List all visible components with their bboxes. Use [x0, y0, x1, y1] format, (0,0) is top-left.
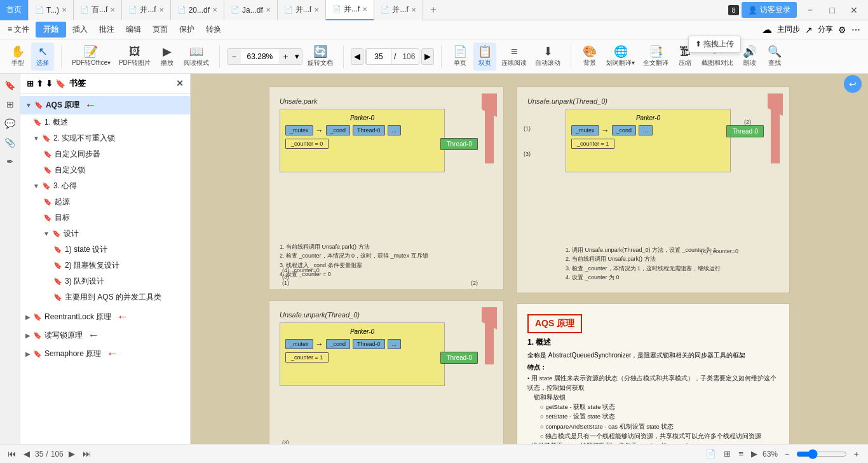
sidebar-item-custom-lock[interactable]: 🔖 自定义锁 [20, 162, 190, 178]
view-mode-2-button[interactable]: ⊞ [721, 448, 733, 460]
pdf-to-office-button[interactable]: 📝 PDF转Office▾ [69, 43, 114, 71]
tab-1[interactable]: 📄 T...) ✕ [29, 0, 74, 20]
sidebar-item-origin[interactable]: 🔖 起源 [20, 194, 190, 210]
attachment-sidebar-button[interactable]: 📎 [1, 135, 19, 150]
tab-close-1[interactable]: ✕ [62, 6, 67, 13]
sync-label[interactable]: 主同步 [777, 24, 800, 35]
tab-close-2[interactable]: ✕ [110, 6, 115, 13]
menu-protect[interactable]: 保护 [174, 22, 200, 38]
menu-edit[interactable]: 编辑 [121, 22, 146, 38]
continuous-button[interactable]: ≡ 连续阅读 [498, 43, 530, 71]
menu-annotate[interactable]: 批注 [94, 22, 119, 38]
signature-sidebar-button[interactable]: ✒ [1, 154, 19, 169]
zoom-dropdown-button[interactable]: ▾ [292, 48, 302, 65]
annotation-sidebar-button[interactable]: 💬 [1, 116, 19, 131]
word-translate-button[interactable]: 🌐 划词翻译▾ [603, 43, 638, 71]
view-mode-1-button[interactable]: 📄 [703, 448, 719, 460]
tab-3[interactable]: 📄 并...f ✕ [122, 0, 170, 20]
zoom-in-status-button[interactable]: ＋ [850, 447, 863, 461]
tab-close-6[interactable]: ✕ [314, 6, 319, 13]
sidebar-item-sync[interactable]: 🔖 自定义同步器 [20, 146, 190, 162]
begin-button[interactable]: 开始 [36, 22, 66, 38]
sidebar-close-button[interactable]: ✕ [176, 78, 184, 88]
tab-close-3[interactable]: ✕ [159, 6, 164, 13]
sidebar-item-block[interactable]: 🔖 2) 阻塞恢复设计 [20, 258, 190, 273]
tab-6[interactable]: 📄 并...f ✕ [278, 0, 326, 20]
single-page-button[interactable]: 📄 单页 [449, 43, 471, 71]
sidebar-item-overview[interactable]: 🔖 1. 概述 [20, 114, 190, 130]
view-mode-3-button[interactable]: ≡ [736, 448, 746, 460]
login-button[interactable]: 👤 访客登录 [742, 2, 797, 18]
zoom-out-status-button[interactable]: － [780, 447, 794, 461]
tab-close-4[interactable]: ✕ [212, 6, 217, 13]
prev-page-button[interactable]: ◀ [351, 48, 363, 65]
toolbar-group-features: 🎨 背景 🌐 划词翻译▾ 📑 全文翻译 🗜 压缩 ✂ 截图和对比 🔊 朗读 🔍 … [576, 43, 789, 71]
sidebar-item-main-aqs[interactable]: 🔖 主要用到 AQS 的并发工具类 [20, 289, 190, 305]
minimize-button[interactable]: － [799, 0, 821, 20]
zoom-out-button[interactable]: － [227, 48, 241, 65]
sidebar-icon-1[interactable]: ⊞ [27, 79, 34, 88]
maximize-button[interactable]: □ [824, 0, 841, 20]
bookmark-icon-overview: 🔖 [33, 118, 42, 127]
sidebar-item-lock[interactable]: ▼ 🔖 2. 实现不可重入锁 [20, 130, 190, 146]
select-tool-button[interactable]: ↖ 选择 [31, 43, 54, 71]
bg-button[interactable]: 🎨 背景 [578, 43, 601, 71]
tab-close-8[interactable]: ✕ [411, 6, 416, 13]
tab-7[interactable]: 📄 并...f ✕ [326, 0, 374, 20]
menu-insert[interactable]: 插入 [67, 22, 93, 38]
close-button[interactable]: ✕ [844, 0, 864, 20]
sidebar-item-semaphore[interactable]: ▶ 🔖 Semaphore 原理 ← [20, 345, 190, 363]
sidebar-item-reentrant[interactable]: ▶ 🔖 ReentrantLock 原理 ← [20, 308, 190, 326]
full-translate-button[interactable]: 📑 全文翻译 [640, 43, 672, 71]
bookmark-sidebar-button[interactable]: 🔖 [1, 78, 19, 93]
tab-2[interactable]: 📄 百...f ✕ [74, 0, 122, 20]
bookmark-icon-custom-lock: 🔖 [43, 166, 52, 174]
parker-row-2: _counter = 0 [285, 139, 439, 149]
play-status-button[interactable]: ▶ [749, 448, 760, 460]
new-tab-button[interactable]: ＋ [423, 3, 444, 17]
thumbnail-sidebar-button[interactable]: ⊞ [1, 97, 19, 112]
zoom-slider[interactable] [796, 449, 847, 459]
zoom-input[interactable] [241, 52, 279, 61]
tab-home[interactable]: 首页 [0, 0, 29, 20]
sidebar-item-design[interactable]: ▼ 🔖 设计 [20, 226, 190, 242]
pdf-to-img-button[interactable]: 🖼 PDF转图片 [116, 43, 154, 71]
sidebar-icons-row: ⊞ ⬆ ⬇ 🔖 [27, 79, 65, 88]
share-label[interactable]: 分享 [818, 24, 833, 35]
menu-convert[interactable]: 转换 [201, 22, 226, 38]
tab-8[interactable]: 📄 并...f ✕ [374, 0, 423, 20]
play-button[interactable]: ▶ 播放 [156, 43, 179, 71]
read-mode-button[interactable]: 📖 阅读模式 [180, 43, 212, 71]
rotate-button[interactable]: 🔄 旋转文档 [304, 43, 336, 71]
sidebar-item-rwlock[interactable]: ▶ 🔖 读写锁原理 ← [20, 326, 190, 345]
tab-close-7[interactable]: ✕ [362, 6, 367, 13]
menu-page[interactable]: 页面 [147, 22, 173, 38]
sidebar-item-state[interactable]: 🔖 1) state 设计 [20, 242, 190, 258]
prev-page-status-button[interactable]: ◀ [21, 448, 32, 460]
next-page-button[interactable]: ▶ [421, 48, 434, 65]
zoom-in-button[interactable]: ＋ [279, 48, 292, 65]
sidebar-item-insight[interactable]: ▼ 🔖 3. 心得 [20, 178, 190, 194]
floating-action-button[interactable]: ↩ [844, 75, 862, 93]
find-button[interactable]: 🔍 查找 [763, 43, 786, 71]
first-page-button[interactable]: ⏮ [5, 448, 18, 460]
auto-scroll-button[interactable]: ⬇ 自动滚动 [532, 43, 564, 71]
tab-close-5[interactable]: ✕ [266, 6, 271, 13]
sidebar-item-queue[interactable]: 🔖 3) 队列设计 [20, 273, 190, 289]
sidebar-item-aqs[interactable]: ▼ 🔖 AQS 原理 ← [20, 96, 190, 114]
last-page-button[interactable]: ⏭ [80, 448, 93, 460]
ann-1-1: 1. 当前线程调用 Unsafe.park() 方法 [280, 242, 493, 251]
sidebar-icon-3[interactable]: ⬇ [46, 79, 53, 88]
sidebar-item-goal[interactable]: 🔖 目标 [20, 210, 190, 226]
sidebar-icon-4[interactable]: 🔖 [55, 79, 65, 88]
double-page-button[interactable]: 📋 双页 [473, 43, 496, 71]
page-input[interactable] [366, 49, 391, 64]
next-page-status-button[interactable]: ▶ [66, 448, 78, 460]
tab-5[interactable]: 📄 Ja...df ✕ [224, 0, 278, 20]
sidebar-icon-2[interactable]: ⬆ [36, 79, 43, 88]
read-aloud-button[interactable]: 🔊 朗读 [738, 43, 761, 71]
tab-4[interactable]: 📄 20...df ✕ [171, 0, 224, 20]
hand-tool-button[interactable]: ✋ 手型 [6, 43, 29, 71]
menu-file[interactable]: ≡ 文件 [3, 22, 34, 38]
bookmark-icon-sync: 🔖 [43, 150, 52, 158]
